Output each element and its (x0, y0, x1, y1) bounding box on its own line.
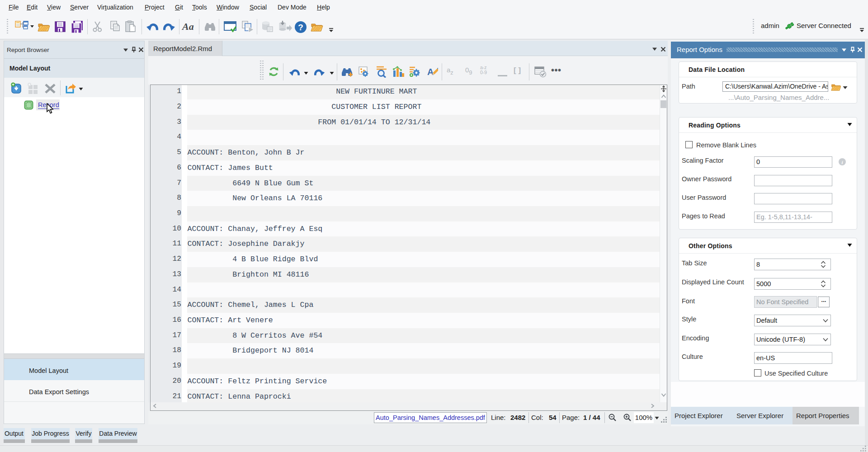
svg-text:?: ? (298, 23, 303, 32)
svg-text:A: A (427, 67, 434, 77)
